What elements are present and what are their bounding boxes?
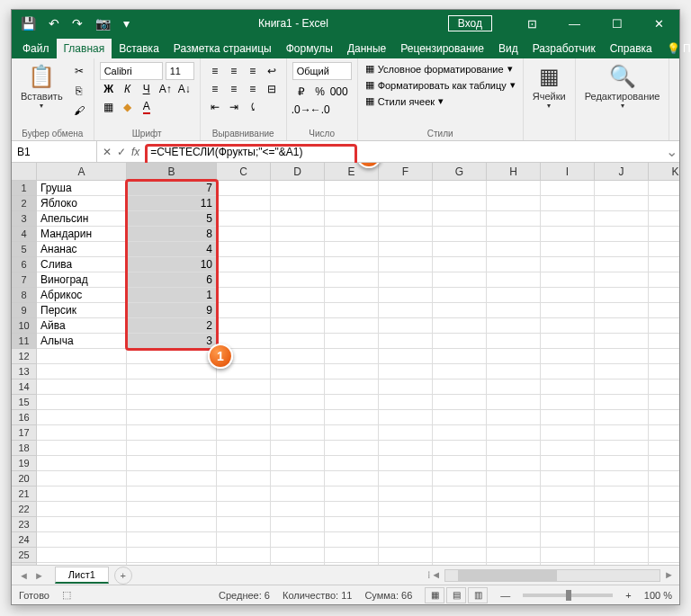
cell[interactable] bbox=[487, 318, 541, 334]
cell[interactable] bbox=[487, 517, 541, 532]
increase-decimal-icon[interactable]: .0→ bbox=[292, 101, 310, 119]
italic-icon[interactable]: К bbox=[119, 80, 137, 98]
cell[interactable] bbox=[325, 196, 379, 211]
view-pagelayout-icon[interactable]: ▤ bbox=[446, 587, 466, 603]
cell[interactable] bbox=[541, 196, 595, 211]
cell[interactable] bbox=[541, 471, 595, 487]
cell[interactable] bbox=[595, 395, 649, 410]
cell[interactable] bbox=[127, 548, 217, 563]
cell[interactable] bbox=[649, 303, 679, 318]
cell[interactable]: Ананас bbox=[37, 242, 127, 257]
row-header[interactable]: 12 bbox=[12, 349, 37, 364]
cell[interactable] bbox=[325, 425, 379, 441]
cell[interactable] bbox=[379, 257, 433, 272]
cell[interactable] bbox=[541, 456, 595, 471]
cell[interactable] bbox=[379, 196, 433, 211]
cell[interactable] bbox=[649, 441, 679, 456]
cell[interactable] bbox=[217, 395, 271, 410]
align-center-icon[interactable]: ≡ bbox=[225, 80, 243, 98]
ribbon-options-icon[interactable]: ⊡ bbox=[512, 10, 552, 37]
cell[interactable] bbox=[325, 502, 379, 517]
row-header[interactable]: 21 bbox=[12, 487, 37, 502]
tab-data[interactable]: Данные bbox=[340, 39, 393, 58]
cell[interactable] bbox=[541, 364, 595, 379]
save-icon[interactable]: 💾 bbox=[21, 16, 36, 31]
cell[interactable] bbox=[217, 471, 271, 487]
row-header[interactable]: 7 bbox=[12, 272, 37, 288]
column-header[interactable]: F bbox=[379, 163, 433, 180]
bold-icon[interactable]: Ж bbox=[100, 80, 118, 98]
cell[interactable] bbox=[271, 471, 325, 487]
cell[interactable] bbox=[649, 364, 679, 379]
cell[interactable] bbox=[325, 456, 379, 471]
cell[interactable] bbox=[595, 318, 649, 334]
cell[interactable] bbox=[217, 441, 271, 456]
cell[interactable] bbox=[541, 318, 595, 334]
tab-insert[interactable]: Вставка bbox=[112, 39, 166, 58]
row-header[interactable]: 19 bbox=[12, 456, 37, 471]
borders-icon[interactable]: ▦ bbox=[100, 98, 118, 116]
cell[interactable] bbox=[271, 242, 325, 257]
row-header[interactable]: 1 bbox=[12, 181, 37, 196]
cell[interactable] bbox=[541, 410, 595, 425]
cell[interactable] bbox=[37, 456, 127, 471]
cell[interactable] bbox=[649, 548, 679, 563]
cell[interactable] bbox=[433, 456, 487, 471]
cell[interactable] bbox=[325, 548, 379, 563]
cell[interactable] bbox=[127, 410, 217, 425]
cell[interactable] bbox=[595, 517, 649, 532]
cell[interactable] bbox=[379, 425, 433, 441]
cell[interactable] bbox=[325, 181, 379, 196]
cell[interactable] bbox=[595, 227, 649, 242]
cell[interactable] bbox=[487, 211, 541, 227]
sheet-nav-prev-icon[interactable]: ◄ bbox=[19, 570, 29, 581]
cell[interactable] bbox=[595, 349, 649, 364]
cell[interactable] bbox=[541, 395, 595, 410]
cell[interactable] bbox=[649, 395, 679, 410]
comma-icon[interactable]: 000 bbox=[330, 83, 348, 101]
cell[interactable] bbox=[127, 532, 217, 548]
cell[interactable] bbox=[649, 487, 679, 502]
cell[interactable] bbox=[217, 181, 271, 196]
cell[interactable] bbox=[649, 334, 679, 349]
cell[interactable]: Персик bbox=[37, 303, 127, 318]
cell[interactable]: 4 bbox=[127, 242, 217, 257]
cell[interactable]: 2 bbox=[127, 318, 217, 334]
column-header[interactable]: A bbox=[37, 163, 127, 180]
cell[interactable] bbox=[541, 272, 595, 288]
column-header[interactable]: G bbox=[433, 163, 487, 180]
orientation-icon[interactable]: ⤹ bbox=[244, 98, 262, 116]
cell[interactable] bbox=[595, 288, 649, 303]
cell[interactable] bbox=[379, 532, 433, 548]
cell[interactable] bbox=[487, 349, 541, 364]
cell[interactable]: Алыча bbox=[37, 334, 127, 349]
column-header[interactable]: H bbox=[487, 163, 541, 180]
cell[interactable] bbox=[649, 318, 679, 334]
align-left-icon[interactable]: ≡ bbox=[206, 80, 224, 98]
cell[interactable] bbox=[271, 563, 325, 565]
cell[interactable] bbox=[649, 456, 679, 471]
cell[interactable]: 11 bbox=[127, 196, 217, 211]
cell[interactable] bbox=[379, 242, 433, 257]
cell[interactable]: 8 bbox=[127, 227, 217, 242]
fx-icon[interactable]: fx bbox=[131, 146, 139, 158]
cell[interactable] bbox=[649, 502, 679, 517]
cell[interactable] bbox=[325, 349, 379, 364]
cell[interactable] bbox=[37, 349, 127, 364]
cell[interactable] bbox=[217, 487, 271, 502]
row-header[interactable]: 4 bbox=[12, 227, 37, 242]
row-header[interactable]: 10 bbox=[12, 318, 37, 334]
currency-icon[interactable]: ₽ bbox=[292, 83, 310, 101]
cell[interactable] bbox=[271, 196, 325, 211]
cell[interactable] bbox=[541, 563, 595, 565]
cell[interactable] bbox=[595, 334, 649, 349]
cell[interactable] bbox=[595, 548, 649, 563]
cell[interactable] bbox=[487, 532, 541, 548]
fill-color-icon[interactable]: ◆ bbox=[119, 98, 137, 116]
tab-developer[interactable]: Разработчик bbox=[525, 39, 603, 58]
formula-bar[interactable]: =СЧЁТЕСЛИ(Фрукты;"<="&A1) bbox=[145, 146, 663, 158]
cell[interactable] bbox=[37, 563, 127, 565]
cell[interactable] bbox=[379, 288, 433, 303]
row-header[interactable]: 5 bbox=[12, 242, 37, 257]
cell[interactable] bbox=[379, 517, 433, 532]
